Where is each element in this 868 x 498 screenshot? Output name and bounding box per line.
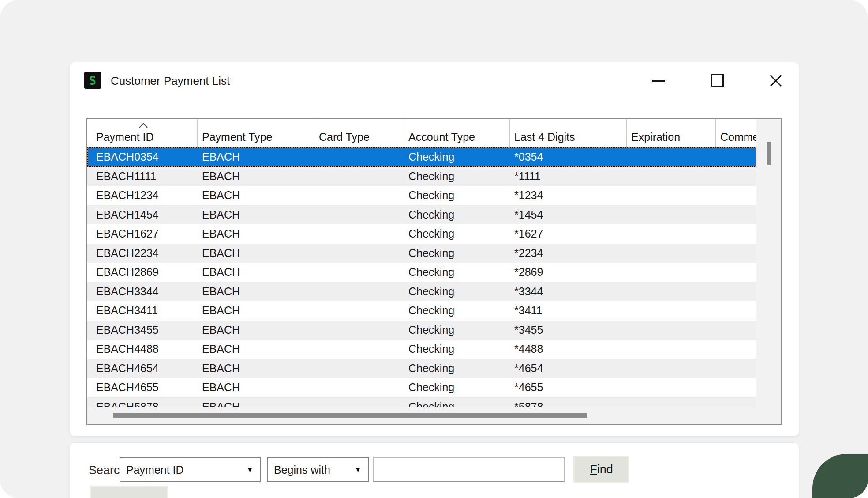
table-row[interactable]: EBACH4654EBACHChecking*4654	[87, 359, 756, 378]
table-row[interactable]: EBACH1111EBACHChecking*1111	[87, 167, 756, 186]
cell-last4: *3344	[510, 285, 627, 298]
find-button[interactable]: Find	[573, 456, 629, 483]
search-field-value: Payment ID	[120, 464, 246, 476]
cell-account-type: Checking	[404, 266, 510, 279]
column-header-label: Expiration	[631, 131, 680, 143]
table-row[interactable]: EBACH1627EBACHChecking*1627	[87, 224, 756, 244]
column-header-label: Account Type	[408, 131, 475, 143]
chevron-down-icon: ▼	[354, 465, 368, 474]
filters-button[interactable]: Filters	[90, 486, 168, 498]
cell-payment-id: EBACH3455	[87, 324, 198, 336]
cell-last4: *5878	[510, 400, 627, 407]
column-header-label: Card Type	[319, 131, 370, 143]
minimize-button[interactable]	[648, 71, 669, 91]
cell-last4: *1111	[510, 170, 627, 183]
cell-payment-id: EBACH4654	[87, 362, 198, 375]
cell-last4: *1627	[510, 227, 627, 240]
vertical-scrollbar-track[interactable]	[756, 119, 781, 407]
table-row[interactable]: EBACH1234EBACHChecking*1234	[87, 186, 756, 205]
find-button-label: Find	[577, 463, 625, 476]
column-header-label: Last 4 Digits	[514, 131, 575, 143]
cell-payment-id: EBACH1111	[87, 170, 198, 183]
column-header-payment-id[interactable]: Payment ID	[87, 119, 198, 147]
horizontal-scrollbar-track[interactable]	[87, 407, 781, 424]
cell-account-type: Checking	[404, 170, 510, 183]
table-row[interactable]: EBACH2869EBACHChecking*2869	[87, 263, 756, 282]
cell-last4: *4655	[510, 381, 627, 394]
cell-payment-type: EBACH	[198, 170, 314, 183]
maximize-icon	[711, 74, 724, 87]
cell-account-type: Checking	[404, 285, 510, 298]
cell-account-type: Checking	[404, 151, 510, 163]
table-row[interactable]: EBACH3344EBACHChecking*3344	[87, 282, 756, 302]
window-title: Customer Payment List	[111, 74, 230, 88]
chevron-down-icon: ▼	[246, 465, 260, 474]
column-header-account-type[interactable]: Account Type	[404, 119, 510, 147]
cell-payment-type: EBACH	[198, 266, 314, 279]
cell-account-type: Checking	[404, 400, 510, 407]
vertical-scrollbar-thumb[interactable]	[767, 142, 771, 165]
cell-payment-id: EBACH3411	[87, 304, 198, 317]
cell-account-type: Checking	[404, 227, 510, 240]
cell-account-type: Checking	[404, 304, 510, 317]
close-button[interactable]	[766, 71, 786, 91]
search-input[interactable]	[373, 457, 565, 482]
cell-payment-type: EBACH	[198, 285, 314, 298]
column-header-card-type[interactable]: Card Type	[314, 119, 404, 147]
column-header-label: Payment Type	[202, 131, 272, 143]
table-row[interactable]: EBACH1454EBACHChecking*1454	[87, 205, 756, 225]
cell-last4: *3411	[510, 304, 627, 317]
cell-payment-type: EBACH	[198, 343, 314, 355]
cell-payment-id: EBACH1627	[87, 227, 198, 240]
cell-payment-type: EBACH	[198, 362, 314, 375]
column-header-label: Comment	[720, 131, 756, 143]
cell-payment-id: EBACH2234	[87, 247, 198, 260]
search-field-dropdown[interactable]: Payment ID ▼	[120, 457, 261, 482]
cell-account-type: Checking	[404, 343, 510, 355]
cell-payment-id: EBACH4655	[87, 381, 198, 394]
cell-last4: *1454	[510, 208, 627, 221]
maximize-button[interactable]	[707, 71, 727, 91]
table-row[interactable]: EBACH4655EBACHChecking*4655	[87, 378, 756, 397]
cell-payment-id: EBACH2869	[87, 266, 198, 279]
table-row[interactable]: EBACH2234EBACHChecking*2234	[87, 244, 756, 263]
column-header-last-4-digits[interactable]: Last 4 Digits	[510, 119, 627, 147]
cell-last4: *4654	[510, 362, 627, 375]
cell-last4: *2234	[510, 247, 627, 260]
table-row[interactable]: EBACH4488EBACHChecking*4488	[87, 340, 756, 359]
cell-payment-type: EBACH	[198, 381, 314, 394]
cell-payment-type: EBACH	[198, 247, 314, 260]
column-header-payment-type[interactable]: Payment Type	[198, 119, 314, 147]
cell-payment-id: EBACH1454	[87, 208, 198, 221]
search-operator-value: Begins with	[268, 464, 354, 476]
payment-table: Payment IDPayment TypeCard TypeAccount T…	[86, 118, 782, 425]
screenshot-canvas: S Customer Payment List Payment IDPaymen…	[0, 0, 868, 498]
cell-payment-type: EBACH	[198, 400, 314, 407]
table-row[interactable]: EBACH3411EBACHChecking*3411	[87, 301, 756, 321]
cell-last4: *1234	[510, 189, 627, 202]
table-row[interactable]: EBACH5878EBACHChecking*5878	[87, 397, 756, 408]
cell-payment-id: EBACH1234	[87, 189, 198, 202]
column-header-comment[interactable]: Comment	[716, 119, 756, 147]
table-row[interactable]: EBACH0354EBACHChecking*0354	[87, 147, 756, 167]
cell-payment-type: EBACH	[198, 189, 314, 202]
customer-payment-list-window: S Customer Payment List Payment IDPaymen…	[70, 62, 799, 436]
cell-payment-type: EBACH	[198, 227, 314, 240]
cell-account-type: Checking	[404, 247, 510, 260]
horizontal-scrollbar-thumb[interactable]	[113, 413, 587, 418]
cell-account-type: Checking	[404, 208, 510, 221]
search-operator-dropdown[interactable]: Begins with ▼	[267, 457, 369, 482]
cell-account-type: Checking	[404, 189, 510, 202]
cell-last4: *2869	[510, 266, 627, 279]
column-header-label: Payment ID	[96, 131, 154, 143]
cell-payment-id: EBACH5878	[87, 400, 198, 407]
cell-payment-type: EBACH	[198, 324, 314, 336]
cell-last4: *3455	[510, 324, 627, 336]
sage-app-icon: S	[84, 72, 101, 89]
table-row[interactable]: EBACH3455EBACHChecking*3455	[87, 321, 756, 340]
column-header-expiration[interactable]: Expiration	[627, 119, 716, 147]
close-icon	[769, 74, 782, 87]
cell-payment-type: EBACH	[198, 208, 314, 221]
table-body: EBACH0354EBACHChecking*0354EBACH1111EBAC…	[87, 147, 756, 407]
search-panel: Search Payment ID ▼ Begins with ▼ Find F…	[70, 442, 799, 498]
